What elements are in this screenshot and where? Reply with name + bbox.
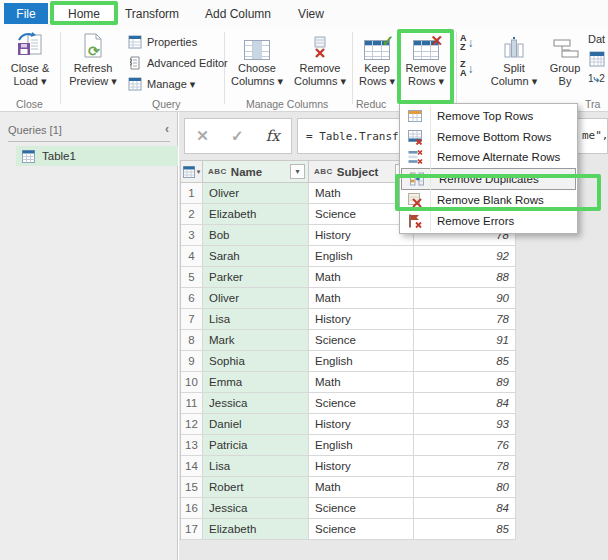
- choose-columns-button[interactable]: Choose Columns ▾: [228, 30, 286, 96]
- table-row: 5 Parker Math 88: [181, 267, 516, 288]
- row-number: 9: [181, 351, 203, 372]
- cell-name[interactable]: Lisa: [203, 309, 309, 330]
- select-all-corner[interactable]: ▾: [181, 161, 203, 183]
- cell-subject[interactable]: Math: [309, 288, 414, 309]
- cell-name[interactable]: Elizabeth: [203, 204, 309, 225]
- table-row: 4 Sarah English 92: [181, 246, 516, 267]
- cell-subject[interactable]: English: [309, 246, 414, 267]
- sort-descending-button[interactable]: ZA ↓: [460, 59, 484, 79]
- cell-subject[interactable]: History: [309, 456, 414, 477]
- cell-subject[interactable]: Science: [309, 519, 414, 540]
- cell-name[interactable]: Daniel: [203, 414, 309, 435]
- cell-subject[interactable]: English: [309, 435, 414, 456]
- cell-name[interactable]: Robert: [203, 477, 309, 498]
- cell-name[interactable]: Jessica: [203, 498, 309, 519]
- properties-button[interactable]: Properties: [128, 33, 197, 51]
- tab-transform[interactable]: Transform: [119, 3, 185, 24]
- cell-score[interactable]: 85: [414, 351, 516, 372]
- table-icon: [22, 150, 35, 163]
- properties-label: Properties: [147, 36, 197, 48]
- table-row: 12 Daniel History 93: [181, 414, 516, 435]
- cell-score[interactable]: 84: [414, 498, 516, 519]
- keep-rows-button[interactable]: ✓ Keep Rows ▾: [356, 30, 398, 96]
- table-row: 7 Lisa History 78: [181, 309, 516, 330]
- cell-name[interactable]: Sarah: [203, 246, 309, 267]
- group-by-button[interactable]: Group By: [544, 30, 586, 96]
- formula-fragment-right: me",: [582, 129, 608, 142]
- cell-name[interactable]: Oliver: [203, 288, 309, 309]
- cell-subject[interactable]: Math: [309, 267, 414, 288]
- cell-subject[interactable]: Math: [309, 477, 414, 498]
- remove-rows-dropdown-menu: Remove Top Rows Remove Bottom Rows Remov…: [399, 103, 578, 234]
- refresh-preview-button[interactable]: ⟳ Refresh Preview ▾: [64, 30, 122, 96]
- tab-home[interactable]: Home: [52, 2, 116, 25]
- queries-pane: Queries [1] ‹ Table1: [0, 112, 178, 560]
- filter-button[interactable]: ▾: [290, 164, 305, 179]
- chevron-down-icon: ▾: [197, 168, 201, 176]
- menu-item-remove-duplicates[interactable]: Remove Duplicates: [401, 168, 576, 191]
- cell-score[interactable]: 93: [414, 414, 516, 435]
- cell-score[interactable]: 80: [414, 477, 516, 498]
- cell-score[interactable]: 92: [414, 246, 516, 267]
- menu-item-remove-blank-rows[interactable]: Remove Blank Rows: [400, 190, 577, 211]
- data-type-icon[interactable]: [589, 51, 605, 67]
- cell-score[interactable]: 88: [414, 267, 516, 288]
- row-number: 10: [181, 372, 203, 393]
- group-label-reduce-rows: Reduc: [356, 98, 386, 110]
- group-divider: [60, 32, 61, 104]
- choose-columns-label: Choose: [238, 62, 276, 75]
- cell-score[interactable]: 91: [414, 330, 516, 351]
- cell-name[interactable]: Mark: [203, 330, 309, 351]
- cell-subject[interactable]: History: [309, 414, 414, 435]
- replace-values-button[interactable]: 1⤷2: [588, 73, 605, 85]
- cell-subject[interactable]: History: [309, 309, 414, 330]
- cell-name[interactable]: Oliver: [203, 183, 309, 204]
- split-column-button[interactable]: Split Column ▾: [488, 30, 540, 96]
- commit-formula-icon[interactable]: ✓: [231, 127, 244, 145]
- cancel-formula-icon[interactable]: ✕: [196, 127, 209, 145]
- cell-name[interactable]: Patricia: [203, 435, 309, 456]
- menu-item-remove-errors[interactable]: Remove Errors: [400, 211, 577, 232]
- column-header-name[interactable]: ABC Name ▾: [203, 161, 309, 183]
- tab-view[interactable]: View: [288, 3, 334, 24]
- menu-item-remove-alternate-rows[interactable]: Remove Alternate Rows: [400, 147, 577, 168]
- table-row: 17 Elizabeth Science 85: [181, 519, 516, 540]
- add-step-fx-icon[interactable]: fx: [266, 127, 280, 145]
- close-and-load-label: Close &: [11, 62, 50, 75]
- collapse-pane-icon[interactable]: ‹: [165, 122, 169, 136]
- query-item-table1[interactable]: Table1: [16, 146, 178, 166]
- cell-name[interactable]: Parker: [203, 267, 309, 288]
- cell-name[interactable]: Sophia: [203, 351, 309, 372]
- cell-name[interactable]: Emma: [203, 372, 309, 393]
- menu-item-remove-bottom-rows[interactable]: Remove Bottom Rows: [400, 127, 577, 148]
- cell-subject[interactable]: Science: [309, 393, 414, 414]
- cell-score[interactable]: 78: [414, 456, 516, 477]
- close-and-load-button[interactable]: Close & Load ▾: [2, 30, 58, 96]
- tab-file[interactable]: File: [4, 3, 48, 24]
- cell-score[interactable]: 84: [414, 393, 516, 414]
- cell-score[interactable]: 85: [414, 519, 516, 540]
- row-number: 13: [181, 435, 203, 456]
- advanced-editor-button[interactable]: Advanced Editor: [128, 54, 228, 72]
- menu-item-remove-top-rows[interactable]: Remove Top Rows: [400, 106, 577, 127]
- cell-score[interactable]: 90: [414, 288, 516, 309]
- cell-name[interactable]: Elizabeth: [203, 519, 309, 540]
- cell-subject[interactable]: Math: [309, 372, 414, 393]
- cell-subject[interactable]: Science: [309, 498, 414, 519]
- cell-name[interactable]: Jessica: [203, 393, 309, 414]
- table-row: 16 Jessica Science 84: [181, 498, 516, 519]
- manage-button[interactable]: Manage ▾: [128, 75, 195, 93]
- cell-subject[interactable]: Science: [309, 330, 414, 351]
- cell-subject[interactable]: English: [309, 351, 414, 372]
- cell-score[interactable]: 89: [414, 372, 516, 393]
- refresh-preview-label: Refresh: [74, 62, 113, 75]
- tab-add-column[interactable]: Add Column: [196, 3, 280, 24]
- sort-ascending-button[interactable]: AZ ↓: [460, 33, 484, 53]
- cell-name[interactable]: Lisa: [203, 456, 309, 477]
- remove-rows-button[interactable]: ✕ Remove Rows ▾: [402, 30, 450, 96]
- data-type-label-fragment[interactable]: Dat: [588, 33, 605, 45]
- cell-score[interactable]: 78: [414, 309, 516, 330]
- cell-name[interactable]: Bob: [203, 225, 309, 246]
- remove-columns-button[interactable]: Remove Columns ▾: [290, 30, 350, 96]
- cell-score[interactable]: 76: [414, 435, 516, 456]
